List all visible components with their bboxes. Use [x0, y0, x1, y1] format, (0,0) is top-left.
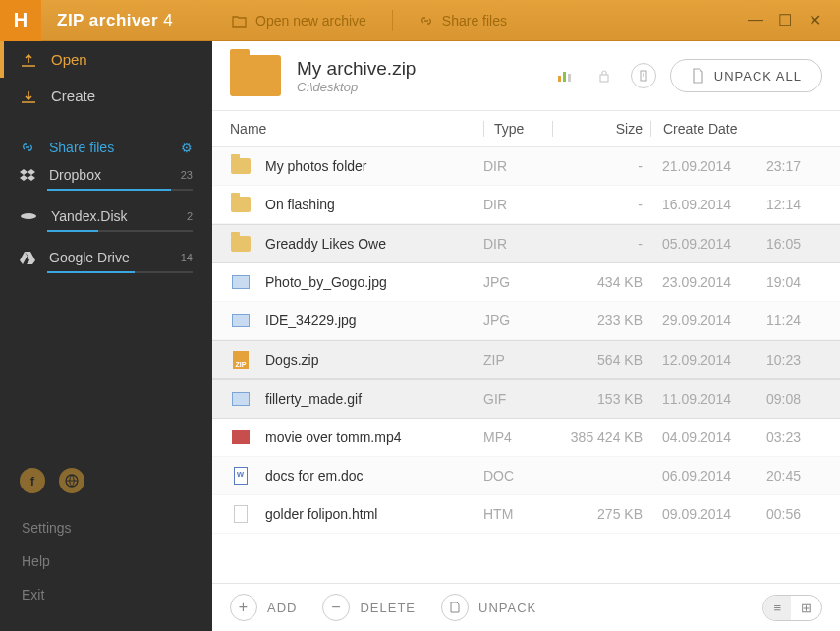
sidebar-open-label: Open	[51, 51, 87, 68]
file-date: 09.09.2014	[650, 506, 766, 522]
column-headers: Name Type Size Create Date	[212, 111, 840, 147]
sidebar-open[interactable]: Open	[0, 41, 212, 78]
file-row[interactable]: Photo_by_Gogo.jpg JPG 434 KB 23.09.2014 …	[212, 263, 840, 302]
file-size: 275 KB	[552, 506, 650, 522]
file-size: 233 KB	[552, 313, 650, 328]
unpack-all-button[interactable]: UNPACK ALL	[670, 59, 822, 92]
file-size: -	[552, 236, 650, 252]
file-type: HTM	[483, 506, 552, 522]
titlebar: H ZIP archiver 4 Open new archive Share …	[0, 0, 840, 41]
gear-icon[interactable]: ⚙	[181, 141, 193, 155]
unpack-label: UNPACK	[478, 601, 536, 615]
unpack-button[interactable]: UNPACK	[441, 594, 536, 621]
file-size: -	[552, 197, 650, 212]
folder-icon	[230, 195, 252, 214]
file-type: DIR	[483, 236, 552, 252]
share-files-label: Share files	[442, 13, 507, 29]
file-row[interactable]: On flashing DIR - 16.09.2014 12:14	[212, 186, 840, 224]
share-files-button[interactable]: Share files	[419, 13, 507, 29]
file-time: 11:24	[766, 313, 822, 328]
archive-path: C:\desktop	[297, 80, 416, 94]
file-type: DIR	[483, 197, 552, 212]
sidebar-create[interactable]: Create	[0, 78, 212, 114]
sidebar-service-yandex.disk[interactable]: Yandex.Disk 2	[0, 201, 212, 228]
app-title: ZIP archiver 4	[41, 11, 212, 30]
file-row[interactable]: ZIP Dogs.zip ZIP 564 KB 12.09.2014 10:23	[212, 340, 840, 379]
delete-label: DELETE	[360, 601, 416, 615]
file-time: 20:45	[766, 468, 822, 484]
info-icon[interactable]	[631, 63, 656, 88]
file-list: My photos folder DIR - 21.09.2014 23:17 …	[212, 147, 840, 583]
file-time: 10:23	[766, 352, 822, 368]
zip-icon: ZIP	[230, 350, 252, 370]
file-size: 153 KB	[552, 391, 650, 407]
file-date: 12.09.2014	[650, 352, 766, 368]
doc-icon	[230, 466, 252, 486]
file-row[interactable]: golder folipon.html HTM 275 KB 09.09.201…	[212, 495, 840, 534]
file-size: 564 KB	[552, 352, 650, 368]
file-type: JPG	[483, 274, 552, 290]
col-size[interactable]: Size	[552, 121, 650, 137]
service-name: Dropbox	[49, 167, 101, 183]
service-count: 2	[187, 210, 193, 222]
file-row[interactable]: My photos folder DIR - 21.09.2014 23:17	[212, 147, 840, 186]
file-row[interactable]: docs for em.doc DOC 06.09.2014 20:45	[212, 457, 840, 495]
file-time: 00:56	[766, 506, 822, 522]
col-date[interactable]: Create Date	[650, 121, 822, 137]
img-icon	[230, 311, 252, 330]
delete-button[interactable]: − DELETE	[322, 594, 416, 621]
service-icon	[20, 251, 35, 264]
sidebar-service-google drive[interactable]: Google Drive 14	[0, 242, 212, 269]
maximize-button[interactable]: ☐	[777, 11, 793, 29]
file-row[interactable]: movie over tomm.mp4 MP4 385 424 KB 04.09…	[212, 419, 840, 457]
main-panel: My archive.zip C:\desktop UNPAC	[212, 41, 840, 631]
svg-rect-3	[563, 72, 566, 82]
file-icon	[230, 504, 252, 524]
archive-folder-icon	[230, 55, 281, 96]
col-name[interactable]: Name	[230, 121, 483, 137]
file-time: 19:04	[766, 274, 822, 290]
sidebar-settings[interactable]: Settings	[0, 511, 212, 545]
vid-icon	[230, 428, 252, 447]
stats-icon[interactable]	[552, 63, 578, 88]
file-date: 29.09.2014	[650, 313, 766, 328]
sidebar-help[interactable]: Help	[0, 545, 212, 578]
facebook-icon[interactable]: f	[20, 468, 45, 493]
file-time: 23:17	[766, 158, 822, 174]
file-time: 16:05	[766, 236, 822, 252]
add-button[interactable]: + ADD	[230, 594, 297, 621]
sidebar-share-files[interactable]: Share files ⚙	[0, 132, 212, 159]
open-new-archive-button[interactable]: Open new archive	[232, 13, 366, 29]
file-time: 12:14	[766, 197, 822, 212]
app-logo: H	[0, 0, 41, 41]
separator	[392, 10, 393, 31]
file-row[interactable]: IDE_34229.jpg JPG 233 KB 29.09.2014 11:2…	[212, 302, 840, 340]
service-name: Yandex.Disk	[51, 208, 128, 224]
file-row[interactable]: fillerty_made.gif GIF 153 KB 11.09.2014 …	[212, 379, 840, 419]
sidebar-share-label: Share files	[49, 140, 114, 155]
img-icon	[230, 389, 252, 409]
list-view-button[interactable]: ≡	[763, 596, 791, 620]
file-name: Photo_by_Gogo.jpg	[265, 274, 483, 290]
file-date: 16.09.2014	[650, 197, 766, 212]
link-icon	[419, 14, 434, 28]
file-row[interactable]: Greaddy Likes Owe DIR - 05.09.2014 16:05	[212, 224, 840, 263]
sidebar-exit[interactable]: Exit	[0, 578, 212, 611]
footer-toolbar: + ADD − DELETE UNPACK ≡ ⊞	[212, 583, 840, 631]
file-name: IDE_34229.jpg	[265, 313, 483, 328]
col-type[interactable]: Type	[483, 121, 552, 137]
file-name: golder folipon.html	[265, 506, 483, 522]
sidebar-service-dropbox[interactable]: Dropbox 23	[0, 159, 212, 187]
file-type: MP4	[483, 430, 552, 445]
grid-view-button[interactable]: ⊞	[791, 596, 821, 620]
file-name: movie over tomm.mp4	[265, 430, 483, 445]
close-button[interactable]: ✕	[807, 11, 822, 29]
service-name: Google Drive	[49, 250, 130, 265]
download-icon	[20, 88, 37, 104]
web-icon[interactable]	[59, 468, 84, 493]
service-progress	[47, 189, 193, 191]
minimize-button[interactable]: —	[748, 11, 763, 29]
svg-point-0	[21, 213, 36, 219]
lock-icon[interactable]	[591, 63, 617, 88]
folder-icon	[230, 156, 252, 176]
